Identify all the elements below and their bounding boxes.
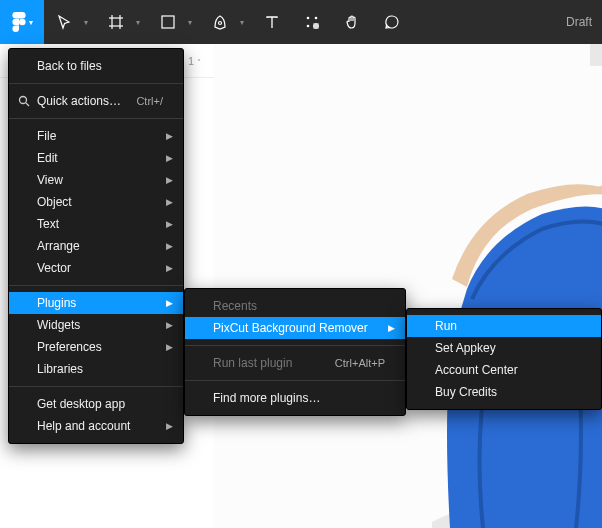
plugin-pixcut[interactable]: PixCut Background Remover▶: [185, 317, 405, 339]
toolbar-left: ▾ ▾ ▾ ▾ ▾: [0, 0, 566, 44]
menu-separator: [9, 386, 183, 387]
resources-tool[interactable]: [292, 0, 332, 44]
pen-tool[interactable]: [200, 0, 240, 44]
hand-tool[interactable]: [332, 0, 372, 44]
chevron-down-icon[interactable]: ▾: [80, 18, 92, 27]
plugins-submenu: Recents PixCut Background Remover▶ Run l…: [184, 288, 406, 416]
plugin-action-run[interactable]: Run: [407, 315, 601, 337]
file-status: Draft: [566, 15, 602, 29]
menu-edit[interactable]: Edit▶: [9, 147, 183, 169]
chevron-down-icon[interactable]: ▾: [236, 18, 248, 27]
scrollbar-track[interactable]: [590, 44, 602, 66]
svg-line-17: [26, 103, 29, 106]
shape-tool[interactable]: [148, 0, 188, 44]
menu-text[interactable]: Text▶: [9, 213, 183, 235]
chevron-down-icon[interactable]: ▾: [132, 18, 144, 27]
comment-icon: [384, 14, 400, 30]
menu-vector[interactable]: Vector▶: [9, 257, 183, 279]
plugins-find-more[interactable]: Find more plugins…: [185, 387, 405, 409]
menu-separator: [185, 345, 405, 346]
resources-icon: [304, 14, 320, 30]
plugin-actions-submenu: Run Set Appkey Account Center Buy Credit…: [406, 308, 602, 410]
search-icon: [17, 95, 31, 107]
plugin-action-account-center[interactable]: Account Center: [407, 359, 601, 381]
svg-point-16: [20, 97, 27, 104]
menu-back-to-files[interactable]: Back to files: [9, 55, 183, 77]
comment-tool[interactable]: [372, 0, 412, 44]
menu-arrange[interactable]: Arrange▶: [9, 235, 183, 257]
menu-plugins[interactable]: Plugins▶: [9, 292, 183, 314]
plugins-run-last: Run last pluginCtrl+Alt+P: [185, 352, 405, 374]
text-icon: [264, 14, 280, 30]
menu-libraries[interactable]: Libraries: [9, 358, 183, 380]
svg-point-9: [307, 25, 310, 28]
toolbar: ▾ ▾ ▾ ▾ ▾ Draft: [0, 0, 602, 44]
chevron-down-icon: ▾: [29, 18, 33, 27]
cursor-icon: [56, 14, 72, 30]
menu-view[interactable]: View▶: [9, 169, 183, 191]
menu-help-account[interactable]: Help and account▶: [9, 415, 183, 437]
pen-icon: [212, 14, 228, 30]
hand-icon: [344, 14, 360, 30]
svg-point-0: [19, 19, 26, 26]
frame-icon: [108, 14, 124, 30]
rectangle-icon: [160, 14, 176, 30]
svg-point-8: [315, 17, 318, 20]
figma-icon: [12, 12, 26, 32]
chevron-down-icon[interactable]: ▾: [184, 18, 196, 27]
menu-get-desktop-app[interactable]: Get desktop app: [9, 393, 183, 415]
text-tool[interactable]: [252, 0, 292, 44]
menu-object[interactable]: Object▶: [9, 191, 183, 213]
plugin-action-set-appkey[interactable]: Set Appkey: [407, 337, 601, 359]
menu-widgets[interactable]: Widgets▶: [9, 314, 183, 336]
panel-caret-label[interactable]: 1 ˅: [188, 55, 201, 67]
menu-file[interactable]: File▶: [9, 125, 183, 147]
menu-preferences[interactable]: Preferences▶: [9, 336, 183, 358]
main-menu-button[interactable]: ▾: [0, 0, 44, 44]
svg-point-7: [307, 17, 310, 20]
menu-separator: [9, 83, 183, 84]
menu-separator: [9, 285, 183, 286]
plugin-action-buy-credits[interactable]: Buy Credits: [407, 381, 601, 403]
menu-separator: [9, 118, 183, 119]
main-menu: Back to files Quick actions…Ctrl+/ File▶…: [8, 48, 184, 444]
svg-rect-5: [162, 16, 174, 28]
menu-separator: [185, 380, 405, 381]
frame-tool[interactable]: [96, 0, 136, 44]
plugins-recents: Recents: [185, 295, 405, 317]
svg-point-6: [219, 22, 222, 25]
canvas[interactable]: [214, 44, 602, 528]
move-tool[interactable]: [44, 0, 84, 44]
menu-quick-actions[interactable]: Quick actions…Ctrl+/: [9, 90, 183, 112]
